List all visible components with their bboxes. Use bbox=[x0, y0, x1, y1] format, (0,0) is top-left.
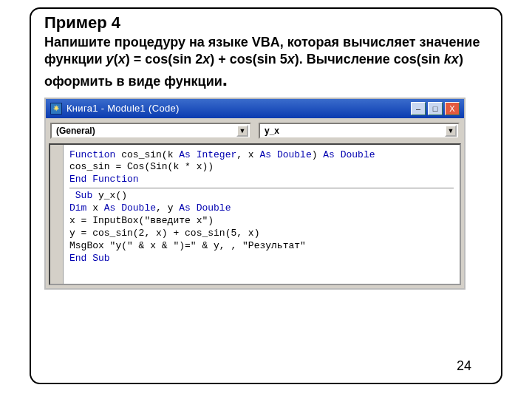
kw: As Integer bbox=[179, 149, 236, 160]
app-icon: ✷ bbox=[50, 103, 62, 115]
window-buttons: – □ X bbox=[411, 102, 460, 115]
code-text: cos_sin = Cos(Sin(k * x)) bbox=[69, 161, 214, 172]
task-part: y bbox=[106, 52, 114, 66]
kw: End Sub bbox=[69, 253, 110, 264]
window-titlebar[interactable]: ✷ Книга1 - Module1 (Code) – □ X bbox=[46, 99, 464, 118]
code-text: x bbox=[86, 202, 103, 214]
object-dropdown[interactable]: (General) ▼ bbox=[50, 123, 251, 139]
kw: Dim bbox=[69, 202, 86, 214]
kw: As Double bbox=[179, 202, 231, 214]
kw: As Double bbox=[323, 149, 375, 160]
close-button[interactable]: X bbox=[445, 102, 460, 115]
task-part: ). Вычисление cos(sin bbox=[295, 52, 444, 66]
task-part: kx bbox=[444, 52, 459, 66]
chevron-down-icon: ▼ bbox=[236, 125, 248, 137]
task-part: x bbox=[202, 52, 210, 66]
task-text: Напишите процедуру на языке VBA, которая… bbox=[44, 34, 488, 92]
object-dropdown-text: (General) bbox=[56, 126, 236, 136]
minimize-button[interactable]: – bbox=[411, 102, 426, 115]
kw: Sub bbox=[69, 190, 92, 201]
page-number: 24 bbox=[457, 358, 471, 374]
slide-frame: Пример 4 Напишите процедуру на языке VBA… bbox=[30, 7, 502, 384]
chevron-down-icon: ▼ bbox=[445, 125, 457, 137]
task-part: x bbox=[287, 52, 295, 66]
object-proc-bar: (General) ▼ y_x ▼ bbox=[46, 118, 464, 143]
task-part: x bbox=[118, 52, 126, 66]
window-title: Книга1 - Module1 (Code) bbox=[66, 103, 411, 114]
kw: As Double bbox=[259, 149, 311, 160]
code-editor[interactable]: Function cos_sin(k As Integer, x As Doub… bbox=[64, 145, 460, 284]
kw: Function bbox=[69, 149, 115, 160]
margin-gutter bbox=[50, 145, 64, 284]
procedure-dropdown[interactable]: y_x ▼ bbox=[259, 123, 460, 139]
task-part: ) = cos(sin 2 bbox=[126, 52, 203, 66]
code-text: x = InputBox("введите x") bbox=[69, 215, 214, 226]
code-text: y = cos_sin(2, x) + cos_sin(5, x) bbox=[69, 228, 259, 239]
code-text: MsgBox "y(" & x & ")=" & y, , "Результат… bbox=[69, 240, 306, 251]
code-area: Function cos_sin(k As Integer, x As Doub… bbox=[49, 143, 461, 285]
code-text: y_x() bbox=[92, 190, 127, 201]
code-text: cos_sin(k bbox=[115, 149, 179, 160]
task-part: ) + cos(sin 5 bbox=[210, 52, 287, 66]
task-part: . bbox=[222, 68, 228, 90]
vba-ide-window: ✷ Книга1 - Module1 (Code) – □ X (General… bbox=[44, 98, 466, 290]
kw: End Function bbox=[69, 174, 139, 185]
kw: As Double bbox=[104, 202, 156, 214]
code-text: , x bbox=[236, 149, 259, 160]
procedure-dropdown-text: y_x bbox=[265, 126, 445, 136]
procedure-separator bbox=[69, 188, 454, 188]
code-text: , y bbox=[156, 202, 179, 214]
code-text: ) bbox=[312, 149, 324, 160]
maximize-button[interactable]: □ bbox=[428, 102, 443, 115]
example-title: Пример 4 bbox=[44, 13, 488, 33]
